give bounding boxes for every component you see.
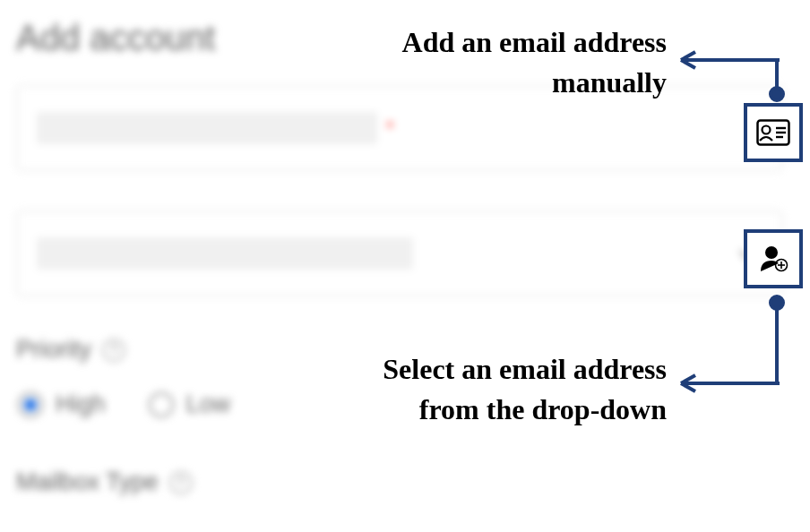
annotation-dropdown-line2: from the drop-down: [254, 390, 667, 430]
radio-unselected-icon: [149, 392, 174, 417]
required-mark: *: [386, 118, 394, 138]
mailbox-type-help-icon[interactable]: ?: [169, 471, 193, 494]
annotation-manual-line2: manually: [281, 63, 667, 103]
annotation-dropdown-text: Select an email address from the drop-do…: [254, 349, 667, 430]
annotation-manual-text: Add an email address manually: [281, 22, 667, 103]
radio-selected-icon: [18, 392, 43, 417]
mailbox-type-label: Mailbox Type: [16, 468, 159, 496]
svg-point-1: [763, 126, 771, 134]
person-add-icon: [757, 243, 789, 275]
mailbox-type-label-row: Mailbox Type ?: [16, 468, 783, 496]
annotation-manual-line1: Add an email address: [281, 22, 667, 63]
id-card-icon: [756, 119, 790, 146]
priority-low-label: Low: [186, 390, 231, 418]
priority-label: Priority: [16, 336, 91, 364]
email-dropdown[interactable]: [16, 210, 783, 296]
manual-email-button[interactable]: [744, 103, 803, 162]
dropdown-selected-placeholder: [37, 237, 413, 270]
dropdown-row: [16, 210, 783, 296]
dropdown-email-button[interactable]: [744, 229, 803, 288]
email-input-placeholder: [37, 112, 377, 144]
priority-low-option[interactable]: Low: [149, 390, 231, 418]
annotation-dropdown-line1: Select an email address: [254, 349, 667, 390]
priority-help-icon[interactable]: ?: [102, 339, 125, 362]
priority-high-label: High: [56, 390, 106, 418]
priority-high-option[interactable]: High: [18, 390, 106, 418]
